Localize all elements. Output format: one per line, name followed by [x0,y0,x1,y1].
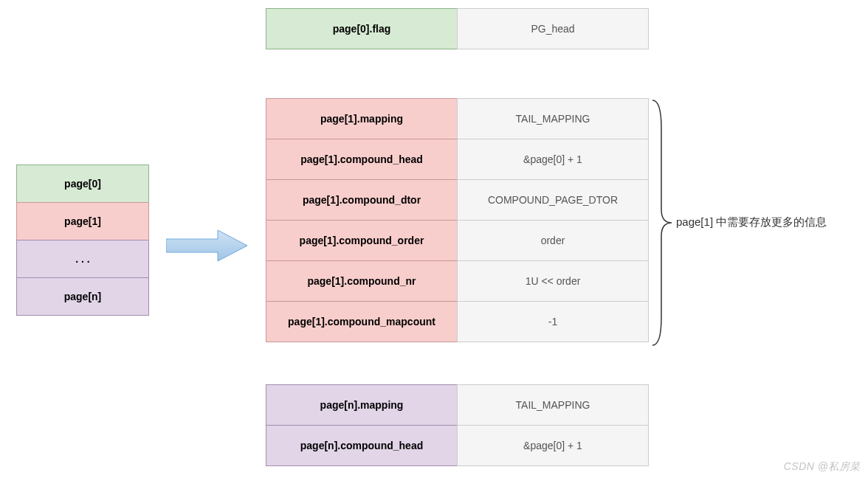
page-array-row: page[1] [16,202,149,240]
field-value: order [457,220,649,261]
field-label: page[n].mapping [266,384,458,426]
pagen-detail-table: page[n].mapping TAIL_MAPPING page[n].com… [266,385,650,466]
page-array-row: page[n] [16,277,149,316]
curly-brace-icon [651,99,673,347]
field-value: -1 [457,301,649,342]
field-label: page[1].compound_order [266,220,458,261]
field-label: page[1].compound_dtor [266,179,458,221]
field-value: TAIL_MAPPING [457,98,649,139]
field-value: 1U << order [457,260,649,302]
field-label: page[1].compound_nr [266,260,458,302]
field-value: COMPOUND_PAGE_DTOR [457,179,649,221]
field-label: page[1].compound_mapcount [266,301,458,342]
annotation-text: page[1] 中需要存放更多的信息 [676,215,827,229]
page-array-row: page[0] [16,164,149,203]
field-value: &page[0] + 1 [457,139,649,180]
page0-detail-table: page[0].flag PG_head [266,9,650,49]
watermark: CSDN @私房菜 [784,460,861,474]
page-array-table: page[0] page[1] . . . page[n] [16,165,149,316]
field-value: &page[0] + 1 [457,425,649,466]
field-label: page[0].flag [266,8,458,49]
field-label: page[1].compound_head [266,139,458,180]
field-label: page[1].mapping [266,98,458,139]
arrow-icon [166,229,247,263]
field-value: TAIL_MAPPING [457,384,649,426]
svg-marker-0 [166,230,247,261]
field-label: page[n].compound_head [266,425,458,466]
page-array-row: . . . [16,240,149,278]
field-value: PG_head [457,8,649,49]
page1-detail-table: page[1].mapping TAIL_MAPPING page[1].com… [266,99,650,342]
